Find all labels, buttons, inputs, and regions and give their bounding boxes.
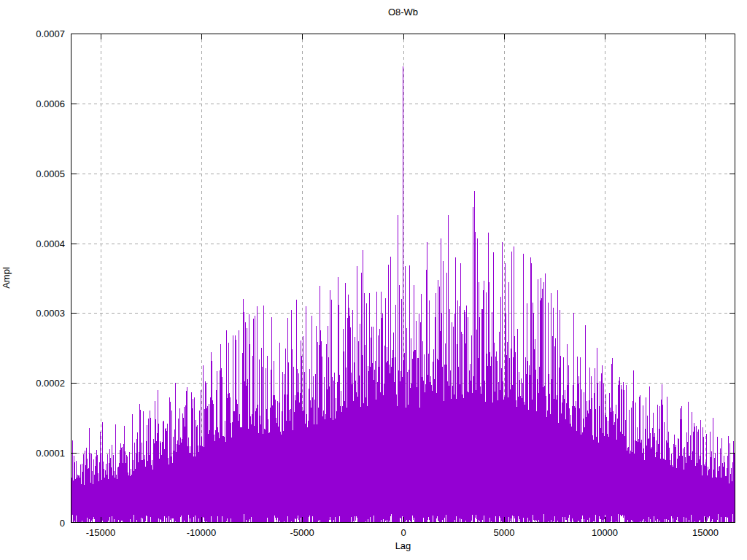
x-axis-label: Lag xyxy=(71,540,735,551)
plot-area xyxy=(71,34,735,523)
y-tick-label: 0.0006 xyxy=(0,98,65,109)
x-tick-label: 15000 xyxy=(673,527,738,538)
x-tick-label: -5000 xyxy=(269,527,335,538)
x-tick-label: 5000 xyxy=(471,527,537,538)
chart-title: O8-Wb xyxy=(71,7,735,18)
y-tick-label: 0.0005 xyxy=(0,168,65,179)
y-tick-label: 0 xyxy=(0,518,65,529)
x-tick-label: 0 xyxy=(371,527,436,538)
x-tick-label: -10000 xyxy=(169,527,234,538)
y-tick-label: 0.0007 xyxy=(0,28,65,39)
y-tick-label: 0.0001 xyxy=(0,448,65,459)
x-tick-label: 10000 xyxy=(572,527,638,538)
x-tick-label: -15000 xyxy=(68,527,133,538)
y-tick-label: 0.0002 xyxy=(0,378,65,389)
plot-canvas xyxy=(71,34,735,523)
gnuplot-window: O8-Wb Ampl Lag 00.00010.00020.00030.0004… xyxy=(0,0,747,560)
y-axis-label: Ampl xyxy=(1,267,12,289)
y-tick-label: 0.0003 xyxy=(0,308,65,319)
y-tick-label: 0.0004 xyxy=(0,238,65,249)
